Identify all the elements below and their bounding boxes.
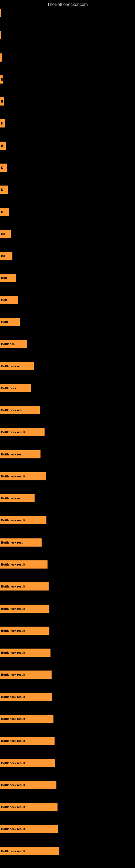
bar-fill: Bottleneck result <box>0 671 52 679</box>
bar-fill: Bottleneck result <box>0 781 56 789</box>
bar-row: Bottleneck resu <box>0 537 135 548</box>
bar-fill: Bottleneck result <box>0 825 58 833</box>
bar-row: Bottleneck result <box>0 581 135 592</box>
bar-row: Bo <box>0 251 135 261</box>
bar-fill: Bottleneck result <box>0 560 48 568</box>
bar-row <box>0 8 135 19</box>
bar-row: E <box>0 74 135 85</box>
bar-row: Bottleneck result <box>0 559 135 569</box>
bar-row: Bottleneck resu <box>0 405 135 415</box>
bar-fill: Bottleneck result <box>0 803 57 811</box>
bar-row <box>0 30 135 40</box>
bar-row <box>0 52 135 63</box>
bar-fill: Bottleneck result <box>0 759 55 767</box>
bar-fill: Bottleneck re <box>0 362 34 370</box>
bar-row: Bottlenec <box>0 339 135 349</box>
bar-row: Bottleneck resu <box>0 449 135 460</box>
bar-row: H <box>0 118 135 129</box>
bar-row: E <box>0 184 135 195</box>
bar-fill: Bo <box>0 252 12 260</box>
bar-row: B <box>0 141 135 151</box>
bar-fill <box>0 31 1 39</box>
bar-fill: Bottleneck result <box>0 847 59 855</box>
bar-row: Bottleneck result <box>0 846 135 856</box>
bar-row: Bottleneck re <box>0 493 135 503</box>
bar-fill: Bott <box>0 296 18 304</box>
bar-fill <box>0 9 1 18</box>
bar-fill: E <box>0 163 7 172</box>
bar-row: Bottleneck result <box>0 603 135 614</box>
bar-fill: Bottleneck result <box>0 472 46 480</box>
bar-fill: Bottleneck result <box>0 649 50 657</box>
bar-fill: E <box>0 75 3 84</box>
bar-fill: Bott <box>0 274 16 282</box>
bar-row: Bott <box>0 295 135 305</box>
bar-fill <box>0 54 2 62</box>
bar-fill: Bottleneck re <box>0 494 35 502</box>
bar-fill: Bottleneck resu <box>0 450 41 458</box>
bar-fill: E <box>0 97 4 105</box>
bar-fill: Bottleneck <box>0 384 31 392</box>
bar-fill: Bottleneck result <box>0 715 53 723</box>
bar-row: Bott <box>0 273 135 283</box>
bar-fill: Bottleneck result <box>0 582 49 590</box>
bar-row: Bottleneck result <box>0 625 135 636</box>
bar-row: E <box>0 96 135 106</box>
bar-fill: Bottleneck result <box>0 604 49 613</box>
bar-fill: B <box>0 142 6 150</box>
bar-fill: Bottleneck result <box>0 627 49 635</box>
bar-fill: H <box>0 119 5 127</box>
bar-row: Bottleneck result <box>0 427 135 437</box>
bar-fill: Bottleneck resu <box>0 406 40 414</box>
bar-row: Bottleneck result <box>0 692 135 702</box>
bar-fill: B <box>0 208 9 216</box>
bar-fill: Bottleneck result <box>0 428 45 436</box>
bar-row: Bottleneck result <box>0 471 135 482</box>
bar-fill: Bottleneck result <box>0 737 54 745</box>
bar-row: Bottleneck result <box>0 714 135 724</box>
bar-fill: Bottleneck resu <box>0 538 42 547</box>
bar-row: Bottleneck result <box>0 736 135 746</box>
bar-row: Bottleneck result <box>0 515 135 525</box>
bar-fill: Bo <box>0 230 11 238</box>
bar-row: Bottleneck result <box>0 648 135 658</box>
bar-row: Bottleneck result <box>0 802 135 812</box>
bar-row: Bottleneck result <box>0 824 135 834</box>
bar-row: Bottleneck re <box>0 361 135 371</box>
site-title: TheBottlenecker.com <box>0 0 135 9</box>
bar-fill: Bottl <box>0 318 20 326</box>
bar-row: E <box>0 162 135 173</box>
bar-row: Bottleneck result <box>0 780 135 790</box>
bar-row: Bottl <box>0 317 135 327</box>
bar-row: Bottleneck result <box>0 670 135 680</box>
bar-row: Bottleneck <box>0 383 135 393</box>
bar-fill: Bottleneck result <box>0 693 52 701</box>
bar-row: Bo <box>0 229 135 239</box>
bar-fill: Bottleneck result <box>0 516 46 524</box>
bar-fill: Bottlenec <box>0 340 27 348</box>
bar-fill: E <box>0 186 8 194</box>
bar-row: B <box>0 207 135 217</box>
bar-row: Bottleneck result <box>0 758 135 768</box>
